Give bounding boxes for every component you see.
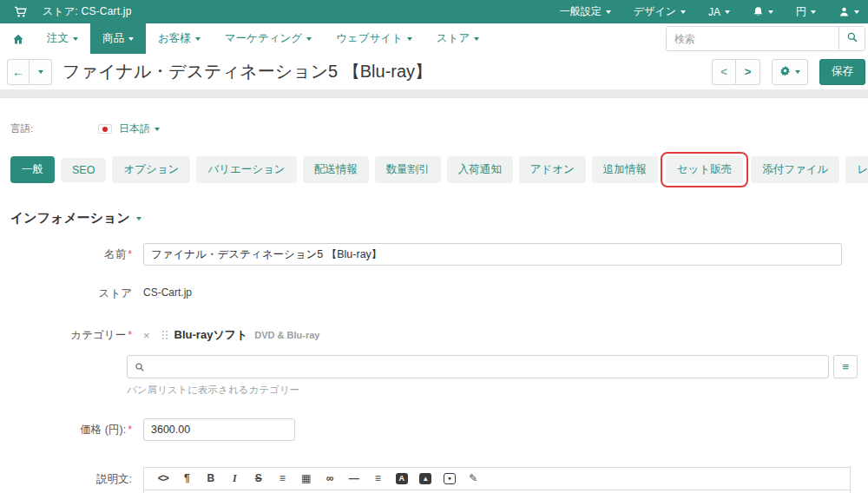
category-chip: × Blu-rayソフト DVD & Blu-ray bbox=[143, 324, 858, 343]
drag-handle-icon[interactable] bbox=[162, 331, 164, 332]
language-row: 言語: 日本語 bbox=[10, 122, 858, 136]
divider bbox=[0, 89, 868, 98]
italic-icon[interactable]: I bbox=[223, 467, 247, 490]
language-selector[interactable]: 日本語 bbox=[119, 122, 160, 136]
required-mark: * bbox=[128, 248, 132, 260]
back-dropdown-button[interactable] bbox=[30, 59, 52, 85]
nav-item-products[interactable]: 商品 bbox=[90, 23, 146, 54]
chevron-down-icon bbox=[606, 10, 611, 14]
insert-image-icon[interactable]: ▴ bbox=[414, 467, 438, 490]
nav-item-marketing[interactable]: マーケティング bbox=[213, 23, 324, 54]
category-label: カテゴリー* bbox=[10, 324, 143, 343]
price-input[interactable] bbox=[143, 418, 295, 441]
cart-icon[interactable] bbox=[14, 5, 27, 18]
name-row: 名前* bbox=[10, 243, 858, 266]
page-title: ファイナル・デスティネーション5 【Blu-ray】 bbox=[62, 60, 432, 83]
language-menu[interactable]: JA bbox=[708, 6, 730, 18]
price-row: 価格 (円):* bbox=[10, 418, 858, 441]
category-list-icon[interactable]: ≡ bbox=[833, 355, 858, 378]
remove-category-icon[interactable]: × bbox=[143, 329, 150, 342]
account-menu[interactable] bbox=[838, 6, 859, 17]
store-row: ストア CS-Cart.jp bbox=[10, 286, 858, 301]
paragraph-format-icon[interactable]: ¶ bbox=[175, 467, 200, 490]
nav-item-orders[interactable]: 注文 bbox=[35, 23, 90, 54]
search-icon bbox=[135, 362, 145, 372]
chevron-down-icon bbox=[38, 70, 43, 74]
product-name-input[interactable] bbox=[143, 243, 842, 266]
save-button[interactable]: 保存 bbox=[819, 59, 865, 85]
nav-item-website[interactable]: ウェブサイト bbox=[324, 23, 424, 54]
category-name: Blu-rayソフト bbox=[174, 327, 248, 343]
horizontal-rule-icon[interactable]: — bbox=[342, 467, 366, 490]
tab-stock-notice[interactable]: 入荷通知 bbox=[447, 156, 513, 183]
back-button[interactable]: ← bbox=[7, 59, 30, 85]
notifications-menu[interactable] bbox=[753, 6, 773, 17]
page-header: ← ファイナル・デスティネーション5 【Blu-ray】 < > 保存 bbox=[0, 54, 868, 89]
category-path: DVD & Blu-ray bbox=[254, 330, 319, 340]
align-icon[interactable]: ≡ bbox=[366, 467, 391, 490]
tab-qty-discounts[interactable]: 数量割引 bbox=[375, 156, 441, 183]
chevron-down-icon bbox=[795, 70, 800, 74]
category-search-row: ≡ bbox=[127, 355, 858, 378]
store-name: ストア: CS-Cart.jp bbox=[43, 4, 132, 19]
description-row: 説明文: <> ¶ B I S ≡ ▦ ∞ — ≡ A ▴ ● ✎ bbox=[10, 467, 858, 493]
strikethrough-icon[interactable]: S bbox=[247, 467, 271, 490]
main-content: 言語: 日本語 一般 SEO オプション バリエーション 配送情報 数量割引 入… bbox=[0, 122, 868, 493]
chevron-down-icon bbox=[73, 37, 78, 41]
category-search-box bbox=[127, 355, 829, 378]
category-search-input[interactable] bbox=[150, 361, 828, 373]
tab-bundles[interactable]: セット販売 bbox=[666, 156, 743, 183]
chevron-down-icon bbox=[155, 128, 160, 131]
chevron-down-icon bbox=[407, 37, 412, 41]
annotation-highlight-box: セット販売 bbox=[661, 152, 748, 187]
japan-flag-icon bbox=[98, 124, 112, 134]
tab-seo[interactable]: SEO bbox=[61, 158, 106, 182]
previous-product-button[interactable]: < bbox=[712, 59, 736, 85]
next-product-button[interactable]: > bbox=[736, 59, 760, 85]
category-row: カテゴリー* × Blu-rayソフト DVD & Blu-ray ≡ パン屑リ… bbox=[10, 324, 858, 397]
font-color-icon[interactable]: A bbox=[390, 467, 414, 490]
tab-variations[interactable]: バリエーション bbox=[196, 156, 296, 183]
chevron-down-icon bbox=[811, 10, 816, 14]
tab-extra-info[interactable]: 追加情報 bbox=[592, 156, 658, 183]
store-label: ストア bbox=[10, 286, 143, 301]
tab-attachments[interactable]: 添付ファイル bbox=[751, 156, 839, 183]
insert-link-icon[interactable]: ∞ bbox=[319, 467, 343, 490]
gear-icon bbox=[779, 64, 791, 80]
unordered-list-icon[interactable]: ≡ bbox=[271, 467, 295, 490]
search-button[interactable] bbox=[838, 27, 865, 50]
chevron-down-icon bbox=[306, 37, 312, 41]
design-menu[interactable]: デザイン bbox=[634, 4, 686, 19]
nav-item-customers[interactable]: お客様 bbox=[146, 23, 213, 54]
clean-formatting-icon[interactable]: ✎ bbox=[462, 467, 486, 490]
tab-reviews[interactable]: レビュー bbox=[845, 156, 868, 183]
currency-menu[interactable]: 円 bbox=[796, 4, 816, 19]
tab-shipping[interactable]: 配送情報 bbox=[303, 156, 369, 183]
settings-menu[interactable]: 一般設定 bbox=[560, 4, 611, 19]
insert-video-icon[interactable]: ● bbox=[437, 467, 462, 490]
back-button-group: ← bbox=[7, 59, 52, 85]
tab-options[interactable]: オプション bbox=[112, 156, 190, 183]
chevron-down-icon bbox=[854, 10, 859, 14]
chevron-down-icon bbox=[128, 37, 134, 41]
tab-general[interactable]: 一般 bbox=[10, 156, 55, 183]
required-mark: * bbox=[128, 424, 132, 436]
language-label: 言語: bbox=[10, 122, 98, 135]
tab-addons[interactable]: アドオン bbox=[519, 156, 586, 183]
user-icon bbox=[838, 6, 850, 17]
nav-item-store[interactable]: ストア bbox=[424, 23, 491, 54]
chevron-down-icon bbox=[195, 37, 201, 41]
gear-dropdown-button[interactable] bbox=[772, 59, 808, 85]
chevron-down-icon bbox=[136, 217, 141, 220]
bold-icon[interactable]: B bbox=[199, 467, 223, 490]
code-view-icon[interactable]: <> bbox=[151, 467, 175, 490]
insert-table-icon[interactable]: ▦ bbox=[294, 467, 319, 490]
home-icon[interactable] bbox=[0, 23, 35, 54]
topbar: ストア: CS-Cart.jp 一般設定 デザイン JA 円 bbox=[0, 0, 868, 23]
chevron-down-icon bbox=[474, 37, 479, 41]
search-icon bbox=[846, 31, 858, 46]
store-value: CS-Cart.jp bbox=[143, 286, 858, 299]
information-section-header[interactable]: インフォメーション bbox=[10, 210, 858, 227]
required-mark: * bbox=[128, 329, 132, 341]
search-input[interactable] bbox=[667, 27, 838, 50]
